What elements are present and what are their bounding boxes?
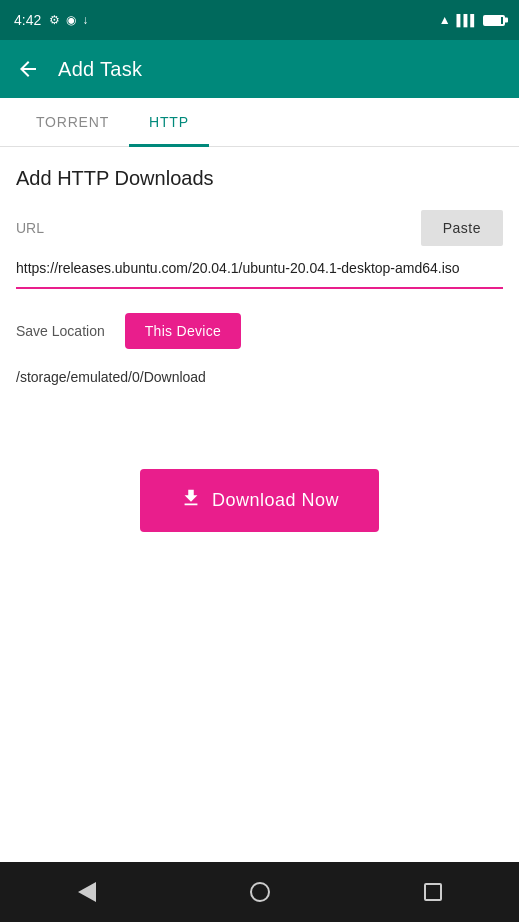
battery-icon — [483, 15, 505, 26]
nav-bar — [0, 862, 519, 922]
toolbar-title: Add Task — [58, 58, 142, 81]
signal-icon: ▌▌▌ — [457, 14, 477, 26]
settings-icon: ⚙ — [49, 13, 60, 27]
shield-icon: ◉ — [66, 13, 76, 27]
this-device-button[interactable]: This Device — [125, 313, 241, 349]
tab-torrent[interactable]: TORRENT — [16, 98, 129, 146]
toolbar: Add Task — [0, 40, 519, 98]
main-content: Add HTTP Downloads URL Paste https://rel… — [0, 147, 519, 862]
url-value[interactable]: https://releases.ubuntu.com/20.04.1/ubun… — [16, 254, 503, 287]
nav-home-button[interactable] — [235, 867, 285, 917]
download-status-icon: ↓ — [82, 13, 88, 27]
paste-button[interactable]: Paste — [421, 210, 503, 246]
recents-nav-icon — [424, 883, 442, 901]
content-area: TORRENT HTTP Add HTTP Downloads URL Past… — [0, 98, 519, 862]
back-nav-icon — [78, 882, 96, 902]
tab-http[interactable]: HTTP — [129, 98, 209, 146]
save-location-label: Save Location — [16, 323, 105, 339]
nav-back-button[interactable] — [62, 867, 112, 917]
status-icons: ⚙ ◉ ↓ — [49, 13, 88, 27]
wifi-icon: ▲ — [439, 13, 451, 27]
download-icon — [180, 487, 202, 514]
url-underline — [16, 287, 503, 289]
back-button[interactable] — [16, 57, 40, 81]
download-now-button[interactable]: Download Now — [140, 469, 379, 532]
tabs-container: TORRENT HTTP — [0, 98, 519, 147]
url-label: URL — [16, 220, 44, 236]
status-bar-right: ▲ ▌▌▌ — [439, 13, 505, 27]
status-bar: 4:42 ⚙ ◉ ↓ ▲ ▌▌▌ — [0, 0, 519, 40]
download-now-label: Download Now — [212, 490, 339, 511]
storage-path: /storage/emulated/0/Download — [16, 365, 503, 389]
status-bar-left: 4:42 ⚙ ◉ ↓ — [14, 12, 88, 28]
home-nav-icon — [250, 882, 270, 902]
section-title: Add HTTP Downloads — [16, 167, 503, 190]
status-time: 4:42 — [14, 12, 41, 28]
save-location-section: Save Location This Device /storage/emula… — [16, 313, 503, 389]
nav-recents-button[interactable] — [408, 867, 458, 917]
url-input-container: https://releases.ubuntu.com/20.04.1/ubun… — [16, 254, 503, 289]
url-section: URL Paste — [16, 210, 503, 246]
download-btn-container: Download Now — [16, 469, 503, 532]
save-location-row: Save Location This Device — [16, 313, 503, 349]
